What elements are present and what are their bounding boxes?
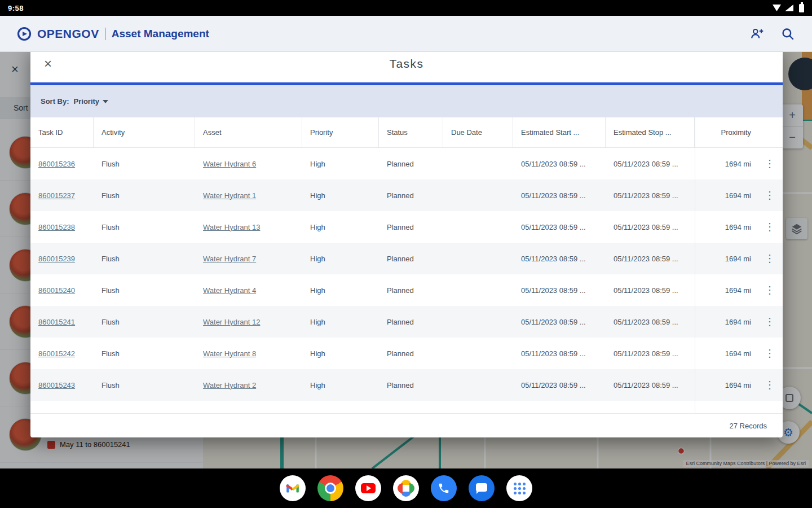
kebab-menu-icon[interactable]: ⋮ [765, 317, 775, 327]
close-icon[interactable]: × [44, 57, 52, 71]
wifi-icon [773, 5, 781, 11]
app-drawer-icon[interactable] [506, 475, 532, 501]
task-id-link[interactable]: 860015242 [30, 338, 94, 369]
search-icon[interactable] [780, 27, 795, 41]
status-cell: Planned [379, 148, 443, 179]
col-due-date: Due Date [443, 117, 513, 147]
est-start-cell: 05/11/2023 08:59 ... [513, 274, 606, 306]
due-date-cell [443, 274, 513, 306]
asset-link[interactable]: Water Hydrant 4 [195, 274, 302, 306]
task-id-link[interactable]: 860015236 [30, 148, 94, 179]
appbar-actions [750, 27, 795, 41]
table-row: 860015240 Flush Water Hydrant 4 High Pla… [30, 274, 783, 306]
row-actions: ⋮ [757, 211, 783, 243]
messages-icon[interactable] [469, 475, 495, 501]
status-cell: Planned [379, 211, 443, 243]
kebab-menu-icon[interactable]: ⋮ [765, 380, 775, 390]
priority-cell: High [302, 338, 379, 369]
est-stop-cell: 05/11/2023 08:59 ... [606, 306, 695, 338]
youtube-icon[interactable] [355, 475, 381, 501]
status-cell: Planned [379, 179, 443, 211]
asset-link[interactable]: Water Hydrant 12 [195, 306, 302, 338]
proximity-cell: 1694 mi [695, 306, 757, 338]
priority-cell: High [302, 369, 379, 401]
activity-cell: Flush [94, 369, 195, 401]
google-photos-icon[interactable] [393, 475, 419, 501]
activity-cell: Flush [94, 148, 195, 179]
activity-cell: Flush [94, 211, 195, 243]
task-table-body: 860015236 Flush Water Hydrant 6 High Pla… [30, 148, 783, 401]
task-id-link[interactable]: 860015243 [30, 369, 94, 401]
table-footer: 27 Records [30, 413, 783, 437]
est-start-cell: 05/11/2023 08:59 ... [513, 179, 606, 211]
proximity-cell: 1694 mi [695, 148, 757, 179]
task-id-link[interactable]: 860015240 [30, 274, 94, 306]
row-actions: ⋮ [757, 243, 783, 274]
sort-by-bar: Sort By: Priority [30, 85, 783, 117]
asset-link[interactable]: Water Hydrant 6 [195, 148, 302, 179]
est-start-cell: 05/11/2023 08:59 ... [513, 211, 606, 243]
table-row: 860015238 Flush Water Hydrant 13 High Pl… [30, 211, 783, 243]
col-status: Status [379, 117, 443, 147]
clock: 9:58 [8, 4, 24, 12]
est-start-cell: 05/11/2023 08:59 ... [513, 306, 606, 338]
col-activity: Activity [94, 117, 195, 147]
kebab-menu-icon[interactable]: ⋮ [765, 348, 775, 358]
opengov-logo-icon [17, 27, 32, 41]
due-date-cell [443, 179, 513, 211]
kebab-menu-icon[interactable]: ⋮ [765, 190, 775, 200]
table-row: 860015237 Flush Water Hydrant 1 High Pla… [30, 179, 783, 211]
asset-link[interactable]: Water Hydrant 13 [195, 211, 302, 243]
asset-link[interactable]: Water Hydrant 1 [195, 179, 302, 211]
table-empty-strip [30, 401, 783, 413]
task-id-link[interactable]: 860015239 [30, 243, 94, 274]
brand-divider [105, 28, 106, 40]
col-priority: Priority [302, 117, 379, 147]
col-proximity: Proximity [695, 117, 757, 147]
kebab-menu-icon[interactable]: ⋮ [765, 159, 775, 169]
brand-name: OPENGOV [37, 27, 99, 41]
table-row: 860015239 Flush Water Hydrant 7 High Pla… [30, 243, 783, 274]
est-stop-cell: 05/11/2023 08:59 ... [606, 148, 695, 179]
due-date-cell [443, 369, 513, 401]
asset-link[interactable]: Water Hydrant 7 [195, 243, 302, 274]
row-actions: ⋮ [757, 306, 783, 338]
est-start-cell: 05/11/2023 08:59 ... [513, 369, 606, 401]
col-est-stop: Estimated Stop ... [606, 117, 695, 147]
cellular-signal-icon [785, 5, 793, 11]
est-stop-cell: 05/11/2023 08:59 ... [606, 274, 695, 306]
add-person-icon[interactable] [750, 27, 765, 41]
task-id-link[interactable]: 860015238 [30, 211, 94, 243]
status-cell: Planned [379, 369, 443, 401]
kebab-menu-icon[interactable]: ⋮ [765, 285, 775, 295]
task-id-link[interactable]: 860015241 [30, 306, 94, 338]
tasks-modal: × Tasks Sort By: Priority Task ID Activi… [30, 45, 783, 437]
status-cell: Planned [379, 274, 443, 306]
col-actions [757, 117, 783, 147]
status-bar: 9:58 [0, 0, 812, 16]
priority-cell: High [302, 148, 379, 179]
priority-cell: High [302, 179, 379, 211]
proximity-cell: 1694 mi [695, 338, 757, 369]
youtube-play-badge [361, 483, 376, 493]
proximity-cell: 1694 mi [695, 369, 757, 401]
due-date-cell [443, 243, 513, 274]
kebab-menu-icon[interactable]: ⋮ [765, 253, 775, 264]
phone-icon[interactable] [431, 475, 457, 501]
task-id-link[interactable]: 860015237 [30, 179, 94, 211]
sort-by-dropdown[interactable]: Priority [74, 97, 109, 106]
priority-cell: High [302, 243, 379, 274]
gmail-icon[interactable] [280, 475, 306, 501]
battery-icon [799, 4, 804, 12]
due-date-cell [443, 148, 513, 179]
proximity-cell: 1694 mi [695, 211, 757, 243]
photos-petal [398, 483, 403, 493]
asset-link[interactable]: Water Hydrant 8 [195, 338, 302, 369]
asset-link[interactable]: Water Hydrant 2 [195, 369, 302, 401]
est-start-cell: 05/11/2023 08:59 ... [513, 243, 606, 274]
due-date-cell [443, 211, 513, 243]
table-row: 860015242 Flush Water Hydrant 8 High Pla… [30, 338, 783, 369]
kebab-menu-icon[interactable]: ⋮ [765, 222, 775, 232]
app-title: Asset Management [112, 28, 209, 40]
chrome-icon[interactable] [317, 475, 343, 501]
